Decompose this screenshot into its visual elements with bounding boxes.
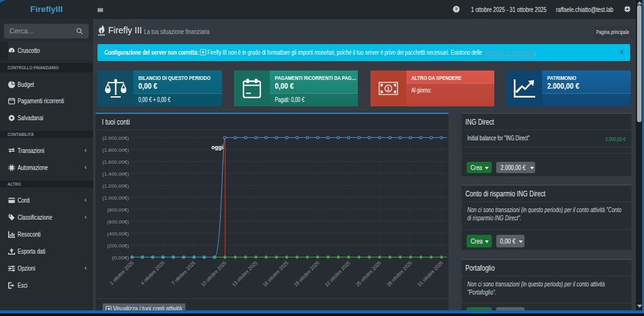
svg-text:oggi: oggi [211,144,223,150]
svg-text:31 ottobre 2025: 31 ottobre 2025 [416,260,444,288]
svg-text:28 ottobre 2025: 28 ottobre 2025 [386,260,413,288]
svg-text:1 ottobre 2025: 1 ottobre 2025 [109,260,135,286]
svg-text:(600,00€): (600,00€) [107,219,129,225]
svg-text:1: 1 [386,85,390,92]
svg-text:(1.000,00€): (1.000,00€) [103,195,130,201]
svg-text:(1.400,00€): (1.400,00€) [103,171,130,177]
svg-text:(0,00€): (0,00€) [112,255,129,261]
svg-text:(2.000,00€): (2.000,00€) [103,135,130,141]
svg-text:(1.800,00€): (1.800,00€) [103,147,130,153]
svg-text:(200,00€): (200,00€) [107,243,129,249]
svg-text:(800,00€): (800,00€) [107,207,129,213]
svg-text:13 ottobre 2025: 13 ottobre 2025 [231,260,258,288]
svg-text:10 ottobre 2025: 10 ottobre 2025 [200,260,228,288]
svg-text:(1.600,00€): (1.600,00€) [103,159,130,165]
svg-text:4 ottobre 2025: 4 ottobre 2025 [140,260,166,286]
svg-text:19 ottobre 2025: 19 ottobre 2025 [293,260,321,288]
svg-text:(1.200,00€): (1.200,00€) [103,183,130,189]
svg-text:(400,00€): (400,00€) [107,231,129,237]
svg-text:25 ottobre 2025: 25 ottobre 2025 [355,260,382,288]
svg-text:?: ? [455,6,458,12]
svg-text:7 ottobre 2025: 7 ottobre 2025 [170,260,197,286]
svg-text:16 ottobre 2025: 16 ottobre 2025 [262,260,289,288]
svg-text:22 ottobre 2025: 22 ottobre 2025 [324,260,352,288]
